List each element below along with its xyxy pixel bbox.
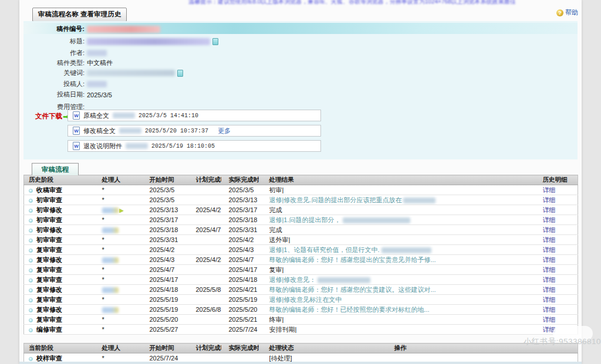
title-attachment-icon[interactable] bbox=[212, 38, 218, 45]
stage-label: 复审审查 bbox=[36, 296, 62, 303]
keywords-view-icon[interactable] bbox=[177, 70, 183, 77]
history-row: 复审修改2025/4/182025/5/82025/4/21尊敬的编辑老师：您好… bbox=[24, 285, 578, 295]
help-button[interactable]: ? 帮助 bbox=[556, 8, 578, 17]
detail-link[interactable]: 详细 bbox=[543, 296, 556, 303]
stage-bullet-icon bbox=[29, 209, 33, 213]
detail-link[interactable]: 详细 bbox=[543, 236, 556, 243]
help-icon: ? bbox=[556, 9, 563, 16]
stage-label: 复审修改 bbox=[36, 286, 62, 293]
history-cell-actual: 2025/5/20 bbox=[221, 305, 259, 315]
stage-bullet-icon bbox=[29, 258, 33, 263]
history-cell-detail: 详细 bbox=[532, 255, 578, 265]
current-header-row: 当前阶段 处理人 开始时间 计划完成时间 实际完成时间 处理状态 操作 bbox=[24, 343, 578, 353]
history-row: 初审修改2025/3/182025/4/72025/3/31完成详细 bbox=[24, 225, 578, 235]
history-row: 复审审查*2025/5/192025/5/19退修|修改意见标注在文中详细 bbox=[24, 295, 578, 305]
type-label: 稿件类型: bbox=[23, 59, 85, 67]
history-cell-planned: 2025/4/23 bbox=[185, 255, 221, 265]
detail-link[interactable]: 详细 bbox=[543, 196, 556, 203]
stage-bullet-icon bbox=[29, 199, 33, 203]
file-datetime: 2025/5/19 18:10:05 bbox=[151, 143, 215, 149]
result-redacted bbox=[403, 198, 435, 203]
history-cell-result: 尊敬的编辑老师：您好！已经按照您的要求对标红的地... bbox=[259, 305, 532, 315]
result-text: 安排刊期| bbox=[269, 326, 297, 333]
history-cell-start: 2025/4/18 bbox=[139, 285, 185, 295]
history-cell-stage: 复审审查 bbox=[24, 245, 92, 255]
history-cell-result: 终审| bbox=[259, 315, 532, 325]
stage-label: 复审修改 bbox=[36, 256, 62, 263]
history-cell-handler: ▶ bbox=[92, 205, 139, 215]
history-row: 复审审查*2025/4/72025/4/17复审|详细 bbox=[24, 265, 578, 275]
history-cell-start: 2025/4/2 bbox=[139, 245, 185, 255]
detail-link[interactable]: 详细 bbox=[543, 306, 556, 313]
history-cell-planned: 2025/6/8 bbox=[185, 305, 221, 315]
stage-bullet-icon bbox=[29, 219, 33, 223]
file-uploader-redacted bbox=[113, 113, 135, 118]
field-submitter: 投稿人: bbox=[23, 80, 107, 89]
history-cell-handler bbox=[92, 285, 139, 295]
review-section: 审稿流程 历史阶段 处理人 开始时间 计划完成时间 实际完成时间 处理结果 历史… bbox=[23, 162, 578, 363]
result-text: 退修|1.问题的提出部分， bbox=[269, 216, 341, 223]
downloads-label-row: 文件下载 ➡ bbox=[35, 112, 69, 121]
history-cell-stage: 初审修改 bbox=[24, 225, 92, 235]
history-cell-start: 2025/3/18 bbox=[139, 225, 185, 235]
more-link[interactable]: 更多 bbox=[218, 127, 231, 135]
history-cell-result: 尊敬的编辑老师：您好！感谢您的宝贵建议。这些建议对... bbox=[259, 285, 532, 295]
history-cell-actual: 2025/4/21 bbox=[221, 285, 259, 295]
result-text: 初审| bbox=[269, 186, 284, 193]
history-cell-planned: 2025/5/8 bbox=[185, 285, 221, 295]
file-row-revision-note[interactable]: W 退改说明附件 2025/5/19 18:10:05 bbox=[67, 140, 321, 152]
history-cell-result: 退修|修改意见： bbox=[259, 275, 532, 285]
history-cell-start: 2025/4/17 bbox=[139, 275, 185, 285]
history-row: 初审修改▶2025/3/132025/4/22025/3/17完成详细 bbox=[24, 205, 578, 215]
stage-label: 初审审查 bbox=[36, 216, 62, 223]
detail-link[interactable]: 详细 bbox=[543, 206, 556, 213]
history-cell-planned: 2025/4/2 bbox=[185, 205, 221, 215]
stage-label: 收稿审查 bbox=[36, 186, 62, 193]
watermark-text: 小红书号:953386810 bbox=[524, 336, 601, 347]
detail-link[interactable]: 详细 bbox=[543, 316, 556, 323]
col-actual-time: 实际完成时间 bbox=[221, 175, 259, 185]
history-cell-start: 2025/3/31 bbox=[139, 235, 185, 245]
history-cell-actual: 2025/4/18 bbox=[221, 275, 259, 285]
history-row: 复审审查*2025/4/22025/4/3退修|1、论题有研究价值，但是行文中.… bbox=[24, 245, 578, 255]
history-cell-result: 送外审| bbox=[259, 235, 532, 245]
tab-review-flow[interactable]: 审稿流程 bbox=[32, 163, 79, 175]
file-row-revised[interactable]: W 修改稿全文 2025/5/20 10:37:37 更多 bbox=[67, 125, 321, 137]
notice-blurred-text: 温馨提示：建议您使用IE8.0以上版本浏览器，兼容IE、火狐、谷歌等浏览器，分辨… bbox=[188, 0, 516, 6]
stage-bullet-icon bbox=[29, 239, 33, 243]
detail-link[interactable]: 详细 bbox=[543, 226, 556, 233]
stage-label: 复审审查 bbox=[36, 316, 62, 323]
downloads-label: 文件下载 bbox=[35, 112, 62, 121]
detail-link[interactable]: 详细 bbox=[543, 186, 556, 193]
history-cell-handler: * bbox=[92, 275, 139, 285]
history-cell-result: 初审| bbox=[259, 185, 532, 195]
history-cell-stage: 复审审查 bbox=[24, 265, 92, 275]
stage-label: 复审审查 bbox=[36, 276, 62, 283]
history-cell-detail: 详细 bbox=[532, 245, 578, 255]
file-row-original[interactable]: W 原稿全文 2025/3/5 14:41:10 bbox=[67, 110, 321, 121]
detail-link[interactable]: 详细 bbox=[543, 216, 556, 223]
field-manuscript-no: 稿件编号: bbox=[23, 25, 160, 33]
detail-link[interactable]: 详细 bbox=[543, 246, 556, 253]
history-row: 复审修改2025/5/192025/6/82025/5/20尊敬的编辑老师：您好… bbox=[24, 305, 578, 315]
history-cell-planned bbox=[185, 245, 221, 255]
result-text: 终审| bbox=[269, 316, 284, 323]
stage-label: 初审审查 bbox=[36, 196, 62, 203]
handler-name-redacted bbox=[102, 207, 119, 213]
result-text: 完成 bbox=[269, 206, 282, 213]
detail-link[interactable]: 详细 bbox=[543, 256, 556, 263]
field-submit-date: 投稿日期: 2025/3/5 bbox=[23, 90, 112, 99]
detail-link[interactable]: 详细 bbox=[543, 276, 556, 283]
detail-link[interactable]: 详细 bbox=[543, 286, 556, 293]
history-cell-actual: 2025/5/21 bbox=[221, 315, 259, 325]
history-cell-start: 2025/4/3 bbox=[139, 255, 185, 265]
history-row: 收稿审查*2025/3/52025/3/5初审|详细 bbox=[24, 185, 578, 195]
detail-link[interactable]: 详细 bbox=[543, 266, 556, 273]
stage-bullet-icon bbox=[29, 357, 33, 361]
history-cell-detail: 详细 bbox=[532, 265, 578, 275]
history-cell-stage: 复审审查 bbox=[24, 275, 92, 285]
stage-label: 编修审查 bbox=[36, 326, 62, 333]
manuscript-no-label: 稿件编号: bbox=[23, 25, 85, 33]
history-cell-detail: 详细 bbox=[532, 275, 578, 285]
history-cell-actual: 2025/3/5 bbox=[221, 185, 259, 195]
